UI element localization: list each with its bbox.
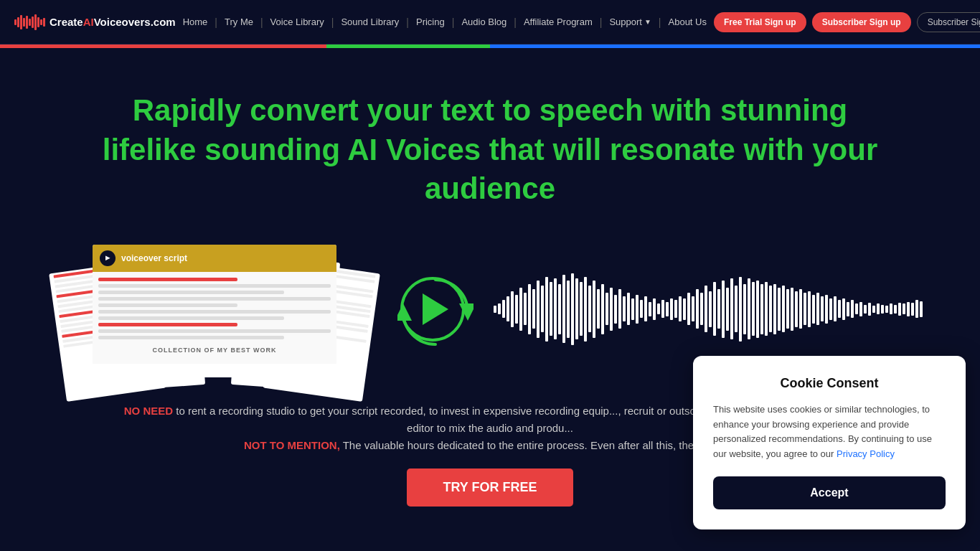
waveform-bar — [872, 306, 875, 313]
nav-voice-library[interactable]: Voice Library — [263, 17, 331, 27]
waveform-bar — [812, 295, 815, 324]
waveform-bar — [709, 291, 712, 327]
waveform-bar — [519, 288, 522, 331]
waveform-bar — [769, 286, 772, 332]
waveform-bar — [778, 288, 781, 331]
nav-support-dropdown[interactable]: Support ▼ — [602, 17, 658, 27]
cookie-accept-button[interactable]: Accept — [713, 476, 946, 509]
waveform-bar — [502, 300, 505, 318]
waveform-bar — [795, 291, 798, 327]
waveform-bar — [614, 295, 617, 324]
waveform-bar — [773, 284, 776, 334]
waveform-bar — [537, 281, 540, 338]
nav-about-us[interactable]: About Us — [661, 17, 714, 27]
waveform-bar — [692, 296, 694, 321]
waveform-bar — [610, 288, 613, 331]
waveform-bar — [524, 293, 527, 325]
doc-main: ▶ voiceover script COLLECTION OF MY BEST… — [93, 245, 336, 377]
waveform-bar — [847, 302, 849, 316]
subscriber-signup-button[interactable]: Subscriber Sign up — [812, 12, 911, 32]
waveform-bar — [881, 305, 884, 314]
nav-pricing[interactable]: Pricing — [409, 17, 452, 27]
waveform-bar — [799, 289, 802, 329]
waveform-bar — [730, 278, 733, 339]
waveform-bar — [739, 277, 742, 342]
subscriber-signin-button[interactable]: Subscriber Sign in — [917, 12, 980, 32]
play-circle-arrows — [397, 274, 473, 350]
waveform-bar — [748, 278, 750, 339]
nav-sound-library[interactable]: Sound Library — [334, 17, 406, 27]
waveform-bar — [618, 289, 621, 329]
try-for-free-button[interactable]: TRY FOR FREE — [407, 468, 573, 507]
waveform-bar — [679, 296, 682, 321]
waveform-bar — [627, 293, 630, 325]
hero-title: Rapidly convert your text to speech with… — [95, 91, 885, 209]
waveform-bar — [601, 284, 604, 334]
waveform-bar — [674, 300, 677, 318]
nav-try-me[interactable]: Try Me — [217, 17, 260, 27]
chevron-down-icon: ▼ — [644, 18, 651, 26]
waveform-bar — [653, 298, 656, 320]
free-trial-button[interactable]: Free Trial Sign up — [714, 12, 806, 32]
waveform-bar — [920, 301, 923, 317]
waveform-bar — [567, 281, 570, 338]
waveform-bar — [571, 273, 574, 345]
waveform-bar — [584, 277, 587, 342]
nav-audio-blog[interactable]: Audio Blog — [454, 17, 514, 27]
waveform-bar — [885, 306, 888, 313]
waveform-bar — [649, 302, 651, 316]
logo-waveform — [14, 14, 45, 30]
waveform-bar — [911, 303, 914, 316]
waveform-bar — [743, 284, 746, 334]
waveform-bar — [903, 303, 905, 314]
waveform-bar — [507, 296, 509, 321]
waveform-bar — [550, 282, 552, 336]
waveform-bar — [816, 293, 819, 325]
logo-text: CreateAIVoiceovers.com — [50, 16, 176, 28]
waveform-bar — [687, 293, 690, 325]
waveform-bar — [575, 278, 578, 339]
waveform-bar — [631, 298, 634, 320]
waveform-bar — [760, 284, 763, 334]
waveform-bar — [907, 302, 910, 316]
waveform-bar — [915, 300, 918, 318]
nav-home[interactable]: Home — [176, 17, 215, 27]
doc-header: ▶ voiceover script — [93, 245, 336, 272]
waveform-bar — [700, 293, 703, 325]
doc-body: COLLECTION OF MY BEST WORK — [93, 272, 336, 364]
waveform-bar — [859, 302, 862, 316]
waveform-bar — [661, 300, 664, 318]
waveform-bar — [717, 289, 720, 329]
play-button[interactable] — [400, 277, 465, 342]
waveform-bar — [890, 303, 892, 314]
waveform-bar — [494, 306, 496, 313]
hero-visuals: ▶ voiceover script COLLECTION OF MY BEST… — [57, 245, 923, 374]
waveform-bar — [623, 296, 626, 321]
waveform-bar — [683, 298, 686, 320]
waveform-bar — [735, 286, 738, 332]
waveform-visual — [494, 273, 923, 345]
waveform-bar — [894, 305, 897, 314]
waveform-bar — [593, 281, 595, 338]
waveform-bar — [855, 303, 858, 314]
navbar-links: Home | Try Me | Voice Library | Sound Li… — [176, 17, 714, 28]
cookie-text: This website uses cookies or similar tec… — [713, 402, 946, 462]
document-stack: ▶ voiceover script COLLECTION OF MY BEST… — [57, 245, 372, 374]
nav-affiliate-program[interactable]: Affiliate Program — [517, 17, 600, 27]
privacy-policy-link[interactable]: Privacy Policy — [837, 448, 895, 459]
logo[interactable]: CreateAIVoiceovers.com — [14, 14, 176, 30]
waveform-bar — [511, 291, 514, 327]
cookie-consent-popup: Cookie Consent This website uses cookies… — [693, 356, 966, 529]
waveform-bar — [532, 289, 535, 329]
waveform-bar — [851, 300, 854, 318]
navbar-actions: Free Trial Sign up Subscriber Sign up Su… — [714, 12, 980, 32]
waveform-bar — [765, 282, 768, 336]
waveform-bar — [756, 281, 759, 338]
waveform-bar — [786, 289, 789, 329]
waveform-bar — [657, 303, 660, 314]
waveform-bar — [868, 303, 871, 316]
waveform-bar — [898, 303, 901, 316]
waveform-bar — [558, 284, 561, 334]
waveform-bar — [554, 278, 557, 339]
waveform-bar — [877, 303, 880, 314]
